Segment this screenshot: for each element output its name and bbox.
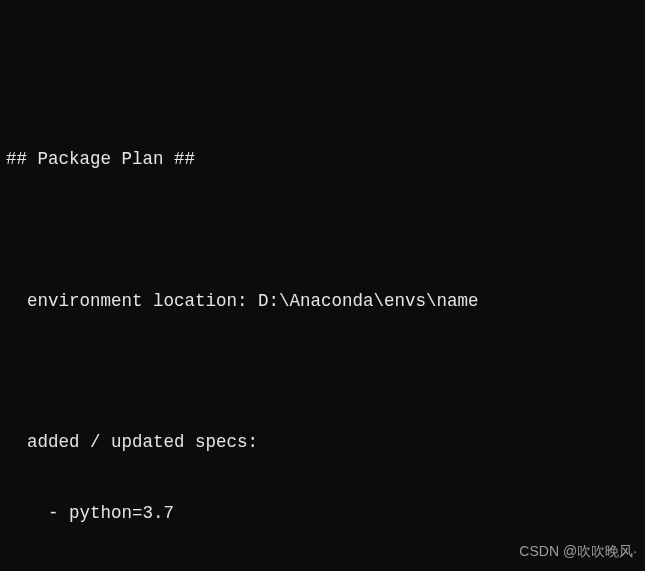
terminal-output: ## Package Plan ## environment location:… xyxy=(6,101,645,572)
environment-location: environment location: D:\Anaconda\envs\n… xyxy=(6,290,645,314)
specs-header: added / updated specs: xyxy=(6,431,645,455)
spec-item: - python=3.7 xyxy=(6,502,645,526)
env-path: D:\Anaconda\envs\name xyxy=(258,291,479,311)
env-label: environment location: xyxy=(6,291,258,311)
package-plan-header: ## Package Plan ## xyxy=(6,148,645,172)
watermark: CSDN @吹吹晚风· xyxy=(519,542,637,561)
